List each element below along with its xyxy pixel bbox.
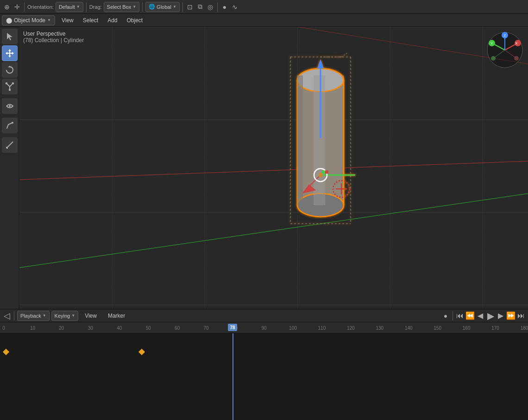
- svg-rect-50: [322, 170, 325, 174]
- timeline-panel: ◁ Playback ▼ Keying ▼ View Marker ● ⏮ ⏪ …: [0, 309, 528, 420]
- ruler-mark-160: 160: [463, 326, 471, 331]
- snapping-icon[interactable]: ⊡: [186, 3, 194, 11]
- playhead-line: [233, 333, 233, 420]
- playback-label: Playback: [20, 313, 41, 319]
- keyframe-2[interactable]: [138, 349, 145, 355]
- ruler-mark-50: 50: [146, 326, 151, 331]
- object-mode-dropdown[interactable]: ⬤ Object Mode ▼: [2, 15, 55, 25]
- drag-label: Drag:: [89, 4, 102, 10]
- ruler-mark-70: 70: [204, 326, 209, 331]
- menu-view[interactable]: View: [57, 15, 78, 25]
- svg-text:X: X: [515, 41, 518, 45]
- keyframe-indicator[interactable]: ●: [441, 312, 450, 320]
- playhead-frame-marker[interactable]: 78: [228, 324, 237, 331]
- separator-2: [86, 2, 87, 12]
- playback-arrow: ▼: [43, 313, 46, 318]
- wave-icon[interactable]: ∿: [231, 3, 239, 11]
- menu-object[interactable]: Object: [122, 15, 147, 25]
- tl-sep1: [14, 311, 14, 320]
- proportional-icon[interactable]: ◎: [206, 3, 214, 11]
- ruler-mark-0: 0: [2, 326, 5, 331]
- measure-tool-btn[interactable]: [2, 137, 18, 153]
- orientation-value: Default: [59, 4, 75, 10]
- orientation-arrow: ▼: [76, 5, 80, 9]
- ruler-mark-40: 40: [117, 326, 122, 331]
- tl-view-label: View: [85, 313, 97, 319]
- ruler-mark-170: 170: [491, 326, 499, 331]
- separator-4: [182, 2, 183, 12]
- ruler-mark-180: 180: [521, 326, 528, 331]
- ruler-mark-150: 150: [434, 326, 441, 331]
- svg-text:Y: Y: [490, 41, 493, 45]
- tl-sep2: [453, 311, 453, 320]
- prev-frame-btn[interactable]: ⏪: [466, 312, 474, 320]
- ruler-mark-110: 110: [318, 326, 326, 331]
- svg-point-14: [9, 105, 11, 107]
- menu-add[interactable]: Add: [103, 15, 122, 25]
- global-dropdown[interactable]: 🌐 Global ▼: [145, 2, 180, 12]
- svg-rect-12: [12, 82, 14, 84]
- cylinder-object[interactable]: [286, 52, 355, 230]
- svg-marker-6: [12, 52, 14, 55]
- next-keyframe-btn[interactable]: ▶: [497, 312, 505, 320]
- drag-dropdown[interactable]: Select Box ▼: [104, 2, 140, 12]
- move-icon[interactable]: ✛: [13, 3, 21, 11]
- prev-keyframe-btn[interactable]: ◀: [476, 312, 484, 320]
- menu-select[interactable]: Select: [78, 15, 103, 25]
- viewport[interactable]: User Perspective (78) Collection | Cylin…: [19, 27, 528, 309]
- select-tool-btn[interactable]: [2, 29, 18, 44]
- tl-view-menu[interactable]: View: [80, 311, 101, 321]
- play-btn[interactable]: ▶: [486, 312, 495, 320]
- svg-line-52: [341, 52, 355, 57]
- drag-value: Select Box: [107, 4, 132, 10]
- playback-dropdown[interactable]: Playback ▼: [17, 311, 50, 321]
- timeline-toolbar: ◁ Playback ▼ Keying ▼ View Marker ● ⏮ ⏪ …: [0, 309, 528, 322]
- transform-tool-btn[interactable]: [2, 98, 18, 114]
- svg-marker-4: [8, 56, 11, 57]
- next-frame-btn[interactable]: ⏩: [507, 312, 515, 320]
- svg-rect-11: [6, 82, 7, 84]
- scale-tool-btn[interactable]: [2, 79, 18, 94]
- onion-icon[interactable]: ●: [220, 3, 229, 11]
- object-mode-label: Object Mode: [14, 17, 45, 24]
- top-toolbar: ⊕ ✛ Orientation: Default ▼ Drag: Select …: [0, 0, 528, 14]
- timeline-content[interactable]: [0, 333, 528, 420]
- separator-3: [142, 2, 143, 12]
- move-tool-btn[interactable]: [2, 45, 18, 61]
- ruler-mark-10: 10: [30, 326, 35, 331]
- jump-end-btn[interactable]: ⏭: [517, 312, 525, 320]
- left-toolbar: [0, 27, 19, 309]
- timeline-ruler[interactable]: 0102030405060708090100110120130140150160…: [0, 322, 528, 333]
- svg-rect-49: [325, 170, 328, 174]
- svg-rect-13: [9, 89, 11, 91]
- orientation-dropdown[interactable]: Default ▼: [56, 2, 83, 12]
- annotate-tool-btn[interactable]: [2, 118, 18, 133]
- tl-marker-menu[interactable]: Marker: [103, 311, 130, 321]
- svg-marker-3: [8, 49, 11, 51]
- ruler-mark-100: 100: [289, 326, 297, 331]
- keyframe-1[interactable]: [3, 349, 9, 355]
- rotate-tool-btn[interactable]: [2, 62, 18, 78]
- keying-arrow: ▼: [71, 313, 75, 318]
- ruler-mark-130: 130: [376, 326, 383, 331]
- keying-dropdown[interactable]: Keying ▼: [51, 311, 79, 321]
- ruler-mark-20: 20: [59, 326, 64, 331]
- svg-point-64: [514, 56, 519, 61]
- timeline-mode-icon[interactable]: ◁: [3, 312, 11, 320]
- jump-start-btn[interactable]: ⏮: [456, 312, 464, 320]
- viewport-gizmo[interactable]: X Y Z: [486, 31, 523, 69]
- drag-arrow: ▼: [132, 5, 136, 9]
- svg-text:Z: Z: [504, 33, 506, 38]
- ruler-mark-90: 90: [261, 326, 266, 331]
- cursor-icon[interactable]: ⊕: [3, 3, 11, 11]
- svg-marker-0: [7, 33, 13, 40]
- playhead-frame-value: 78: [230, 325, 235, 330]
- separator-5: [217, 2, 218, 12]
- snapping2-icon[interactable]: ⧉: [196, 3, 204, 11]
- svg-point-15: [12, 122, 13, 124]
- separator-1: [24, 2, 25, 12]
- viewport-gizmo-svg: X Y Z: [486, 31, 523, 69]
- keying-label: Keying: [55, 313, 70, 319]
- svg-rect-36: [314, 75, 325, 205]
- ruler-mark-60: 60: [175, 326, 180, 331]
